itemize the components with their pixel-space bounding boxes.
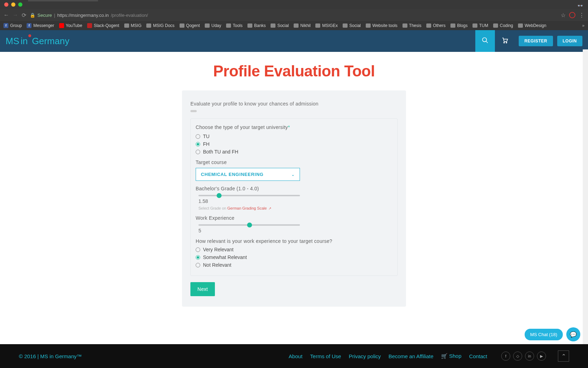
search-icon [482,37,489,45]
bookmark-item[interactable]: Qogent [180,23,200,28]
bookmark-item[interactable]: MSIG [124,23,142,28]
site-logo[interactable]: MS in Germany [6,36,69,47]
folder-icon [472,23,477,28]
extension-icon[interactable] [569,12,575,18]
bookmark-item[interactable]: MSIGEx [315,23,338,28]
bookmark-item[interactable]: Blogs [450,23,468,28]
university-type-radio[interactable]: Both TU and FH [196,149,392,155]
window-maximize-button[interactable] [18,2,22,7]
slider-thumb-icon[interactable] [217,193,222,198]
radio-icon [196,134,200,139]
target-course-select[interactable]: CHEMICAL ENGINEERING ⌄ [196,168,300,181]
search-button[interactable] [475,30,495,52]
bookmark-item[interactable]: fMessenger [27,23,54,28]
window-close-button[interactable] [4,2,8,7]
scroll-top-button[interactable]: ⌃ [558,350,569,362]
chat-fab-button[interactable]: 💬 [566,327,580,341]
folder-icon [247,23,252,28]
bookmark-item[interactable]: Slack-Qogent [87,23,119,28]
bookmark-item[interactable]: Website tools [366,23,398,28]
lock-icon: 🔒 [30,13,35,18]
instagram-icon[interactable]: ◇ [513,352,522,361]
bookmark-item[interactable]: WebDesign [518,23,546,28]
forward-button[interactable]: → [13,12,18,18]
bookmark-label: WebDesign [525,23,546,28]
page-title: Profile Evaluation Tool [0,62,588,80]
bookmark-item[interactable]: YouTube [59,23,82,28]
cart-button[interactable] [495,30,514,52]
university-type-radio[interactable]: TU [196,134,392,139]
back-button[interactable]: ← [4,12,9,18]
star-icon[interactable]: ☆ [561,12,566,19]
facebook-icon: f [27,23,31,28]
bachelor-grade-slider[interactable] [198,195,300,196]
scrollbar[interactable] [583,49,588,368]
folder-icon [180,23,184,28]
radio-icon [196,150,200,154]
footer-contact-link[interactable]: Contact [469,353,487,359]
folder-icon [450,23,455,28]
folder-icon [402,23,407,28]
bookmark-item[interactable]: Social [271,23,289,28]
folder-icon [271,23,275,28]
kebab-menu-icon[interactable]: ⋮ [579,12,584,19]
copyright-text: © 2016 | MS in Germany™ [19,353,82,359]
reload-button[interactable]: ⟳ [22,12,26,19]
radio-icon [196,255,200,260]
german-grading-link[interactable]: German Grading Scale [227,206,267,210]
bookmark-label: TUM [479,23,488,28]
logo-dot-icon [28,34,31,37]
folder-icon [315,23,320,28]
relevance-radio[interactable]: Not Relevant [196,262,392,268]
bookmark-item[interactable]: Coding [493,23,513,28]
footer-link[interactable]: About [289,353,302,359]
bookmark-label: Tools [233,23,243,28]
radio-icon [196,247,200,252]
bookmark-overflow-icon[interactable]: » [582,23,584,28]
work-experience-slider[interactable] [198,224,300,226]
window-minimize-button[interactable] [11,2,15,7]
footer-link[interactable]: Privacy policy [349,353,381,359]
bookmark-item[interactable]: Nikhil [294,23,310,28]
bookmark-item[interactable]: Tools [226,23,243,28]
register-button[interactable]: REGISTER [519,36,553,46]
radio-label: FH [203,141,210,147]
svg-point-0 [483,38,487,42]
question-work-experience: Work Experience [196,215,392,221]
bookmark-label: YouTube [66,23,82,28]
footer-shop-link[interactable]: 🛒Shop [441,353,461,359]
linkedin-icon[interactable]: in [525,352,534,361]
browser-tab[interactable]: MS in Germany™ - Profile Ev... × [28,0,98,1]
chat-label[interactable]: MS Chat (18) [525,329,563,340]
footer-link[interactable]: Terms of Use [310,353,341,359]
university-type-radio[interactable]: FH [196,141,392,147]
bookmarks-bar: fGroupfMessengerYouTubeSlack-QogentMSIGM… [0,21,588,30]
bookmark-item[interactable]: TUM [472,23,488,28]
chat-widget: MS Chat (18) 💬 [525,327,580,341]
grade-help-text: Select Grade on German Grading Scale ↗ [198,206,392,210]
next-button[interactable]: Next [190,282,215,296]
folder-icon [518,23,523,28]
bookmark-item[interactable]: fGroup [4,23,22,28]
bookmark-item[interactable]: Uday [205,23,221,28]
bookmark-item[interactable]: Social [343,23,361,28]
folder-icon [366,23,371,28]
login-button[interactable]: LOGIN [557,36,583,46]
slider-thumb-icon[interactable] [247,223,252,227]
social-icons: f◇in▶ [501,352,546,361]
bookmark-item[interactable]: Others [426,23,446,28]
relevance-radio[interactable]: Very Relevant [196,247,392,252]
url-input[interactable]: 🔒 Secure | https://msingermany.co.in/pro… [30,13,557,18]
facebook-icon[interactable]: f [501,352,510,361]
url-path: /profile-evaluation/ [111,13,148,18]
relevance-radio[interactable]: Somewhat Relevant [196,254,392,260]
incognito-icon: 👓 [577,3,583,8]
youtube-icon[interactable]: ▶ [537,352,546,361]
footer-link[interactable]: Become an Affiliate [388,353,433,359]
question-target-course: Target course [196,159,392,165]
bookmark-item[interactable]: Thesis [402,23,421,28]
bookmark-item[interactable]: MSIG Docs [146,23,174,28]
bookmark-label: Others [433,23,446,28]
progress-indicator [190,110,197,112]
bookmark-item[interactable]: Banks [247,23,266,28]
